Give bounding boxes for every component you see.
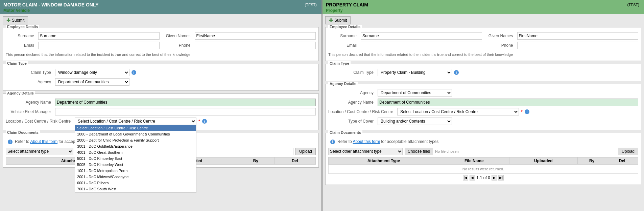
left-employee-details-section: Employee Details Surname Given Names — [3, 27, 319, 61]
right-pagination: |◀ ◀ 1-1 of 0 ▶ ▶| — [328, 174, 638, 182]
right-page-info: 1-1 of 0 — [476, 175, 490, 180]
right-submit-button[interactable]: ✚ Submit — [325, 16, 351, 24]
left-panel-title: MOTOR CLAIM - WINDOW DAMAGE ONLY — [3, 2, 318, 7]
left-email-label: Email — [6, 43, 36, 48]
left-claim-type-section: Claim Type Claim Type Window damage only… — [3, 64, 319, 91]
left-attach-info-icon[interactable]: i — [8, 140, 13, 144]
right-location-info-icon[interactable]: i — [525, 109, 529, 114]
right-location-label: Location / Cost Centre / Risk Centre — [328, 109, 395, 114]
left-location-select[interactable]: Select Location / Cost Centre / Risk Cen… — [75, 118, 196, 125]
right-attach-no-results: No results were returned. — [329, 164, 638, 173]
left-dropdown-item-2000[interactable]: 2000 - Dept for Child Protection & Famil… — [75, 137, 196, 143]
left-attach-type-select[interactable]: Select attachment type — [6, 148, 73, 155]
right-choose-files-button[interactable]: Choose files — [405, 148, 433, 155]
left-dropdown-item-8001[interactable]: 8001 - DoC Wheatbelt — [75, 192, 196, 193]
left-agency-row: Agency Department of Communities — [6, 78, 316, 86]
right-location-row: Location / Cost Centre / Risk Centre Sel… — [328, 108, 638, 115]
right-attach-table-body: No results were returned. — [329, 164, 638, 173]
right-name-row: Surname Given Names — [328, 32, 638, 42]
left-location-info-icon[interactable]: i — [202, 119, 207, 124]
right-page-first[interactable]: |◀ — [463, 175, 468, 181]
left-agency-select[interactable]: Department of Communities — [55, 78, 129, 86]
left-dropdown-item-1001[interactable]: 1001 - DoC Metropolitan Perth — [75, 168, 196, 174]
left-agency-name-row: Agency Name — [6, 99, 316, 106]
right-page-last[interactable]: ▶| — [498, 175, 504, 181]
left-claim-type-title: Claim Type — [6, 61, 28, 65]
left-employee-details-title: Employee Details — [6, 25, 39, 29]
right-surname-input[interactable] — [361, 32, 482, 40]
left-given-names-input[interactable] — [195, 32, 316, 40]
left-claim-type-content: Claim Type Window damage only i Agency D… — [3, 64, 318, 90]
right-location-select[interactable]: Select Location / Cost Centre / Risk Cen… — [397, 108, 519, 115]
left-attach-note-link[interactable]: About this form — [30, 139, 57, 144]
left-email-input[interactable] — [38, 42, 160, 49]
right-agency-row: Agency Department of Communities — [328, 89, 638, 97]
right-surname-col: Surname — [328, 32, 482, 42]
left-panel-header: (TEST) MOTOR CLAIM - WINDOW DAMAGE ONLY … — [0, 0, 321, 14]
left-submit-label: Submit — [12, 18, 24, 23]
left-agency-name-input[interactable] — [55, 99, 316, 106]
right-claim-type-label: Claim Type — [328, 70, 376, 75]
right-phone-input[interactable] — [517, 42, 639, 49]
right-given-names-input[interactable] — [517, 32, 639, 40]
right-agency-details-section: Agency Details Agency Department of Comm… — [325, 84, 641, 130]
left-dropdown-item-7001[interactable]: 7001 - DoC South West — [75, 186, 196, 192]
right-agency-name-input[interactable] — [378, 99, 638, 106]
left-phone-input[interactable] — [195, 42, 316, 49]
left-email-col: Email — [6, 42, 160, 51]
right-page-prev[interactable]: ◀ — [470, 175, 475, 181]
right-email-row: Email — [328, 42, 482, 49]
right-claim-type-content: Claim Type Property Claim - Building i — [326, 64, 641, 81]
right-claim-type-section: Claim Type Claim Type Property Claim - B… — [325, 64, 641, 81]
left-submit-button[interactable]: ✚ Submit — [3, 16, 28, 24]
left-dropdown-item-2001[interactable]: 2001 - DoC Midwest/Gascoyne — [75, 174, 196, 180]
right-attach-type-select[interactable]: Select other attachment type — [328, 148, 403, 155]
right-phone-row: Phone — [485, 42, 639, 49]
submit-plus-icon: ✚ — [6, 18, 10, 23]
right-claim-type-select[interactable]: Property Claim - Building — [378, 69, 452, 76]
left-dropdown-item-3001[interactable]: 3001 - DoC Goldfields/Esperance — [75, 143, 196, 149]
right-no-file-text: No file chosen — [435, 149, 459, 153]
left-email-row: Email — [6, 42, 160, 49]
left-dropdown-item-1000[interactable]: 1000 - Department of Local Government & … — [75, 131, 196, 137]
right-attach-note-link[interactable]: About this form — [353, 139, 380, 144]
left-location-dropdown-list: Select Location / Cost Centre / Risk Cen… — [75, 125, 196, 193]
right-page-next[interactable]: ▶ — [492, 175, 497, 181]
right-claim-type-info-icon[interactable]: i — [454, 70, 459, 75]
left-given-names-label: Given Names — [162, 34, 193, 38]
right-employee-details-section: Employee Details Surname Given Names — [325, 27, 641, 61]
left-location-required: * — [198, 119, 200, 124]
left-surname-col: Surname — [6, 32, 160, 42]
right-claim-type-row: Claim Type Property Claim - Building i — [328, 69, 638, 76]
left-claim-type-info-icon[interactable]: i — [132, 70, 136, 75]
right-contact-row: Email Phone — [328, 42, 638, 51]
right-given-names-label: Given Names — [485, 34, 515, 38]
left-dropdown-item-4001[interactable]: 4001 - DoC Great Southern — [75, 149, 196, 155]
left-dropdown-item-select[interactable]: Select Location / Cost Centre / Risk Cen… — [75, 125, 196, 131]
left-claim-type-select[interactable]: Window damage only — [55, 69, 129, 76]
left-dropdown-item-6001[interactable]: 6001 - DoC Pilbara — [75, 180, 196, 186]
right-panel-body: ✚ Submit Employee Details Surname Given … — [323, 14, 644, 211]
left-upload-button[interactable]: Upload — [295, 148, 316, 155]
right-agency-label: Agency — [328, 90, 376, 95]
right-submit-plus-icon: ✚ — [329, 18, 333, 23]
right-agency-select[interactable]: Department of Communities — [378, 89, 452, 97]
left-dropdown-item-5005[interactable]: 5005 - DoC Kimberley West — [75, 162, 196, 168]
right-attach-info-icon[interactable]: i — [330, 140, 335, 144]
right-claim-type-title: Claim Type — [328, 61, 351, 65]
left-vehicle-fleet-row: Vehicle Fleet Manager — [6, 108, 316, 115]
right-attach-note-suffix: for acceptable attachment types — [381, 139, 438, 144]
right-panel: (TEST) PROPERTY CLAIM Property ✚ Submit … — [323, 0, 644, 211]
right-employee-details-title: Employee Details — [328, 25, 362, 29]
right-upload-button[interactable]: Upload — [618, 148, 638, 155]
left-surname-input[interactable] — [38, 32, 160, 40]
right-attach-note-text: Refer to — [337, 139, 353, 144]
right-type-of-cover-select[interactable]: Building and/or Contents — [378, 118, 452, 125]
right-agency-name-label: Agency Name — [328, 100, 376, 105]
right-email-input[interactable] — [361, 42, 482, 49]
right-disclaimer: This person declared that the informatio… — [328, 51, 638, 58]
left-dropdown-item-5001[interactable]: 5001 - DoC Kimberley East — [75, 155, 196, 162]
left-upload-label: Upload — [299, 149, 312, 154]
left-attach-note-text: Refer to — [15, 139, 30, 144]
left-vehicle-fleet-input[interactable] — [55, 108, 316, 115]
